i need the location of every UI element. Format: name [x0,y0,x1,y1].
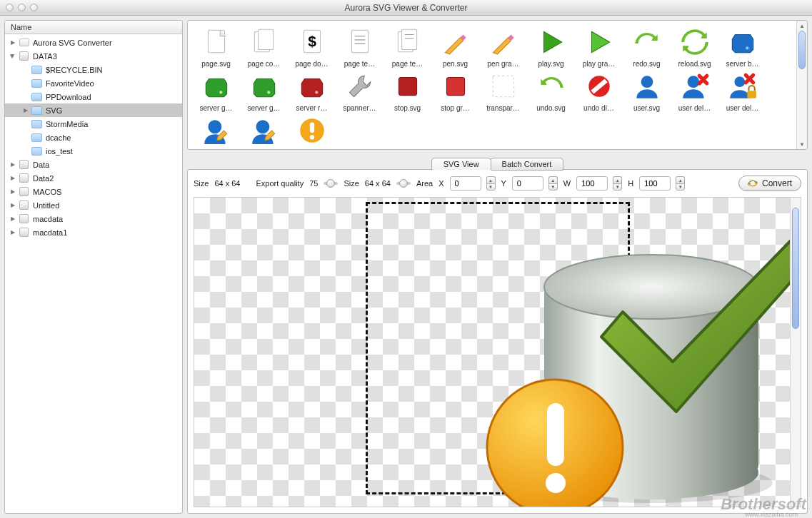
thumbnail-item[interactable]: play.svg [527,25,575,68]
thumbnail-item[interactable]: undo di… [575,69,623,112]
thumbnail-item[interactable] [192,113,240,148]
tab-svg-view[interactable]: SVG View [431,158,491,171]
tree-node[interactable]: ▶Data [5,158,182,171]
area-label: Area [416,179,433,188]
disclosure-triangle-icon[interactable]: ▶ [9,229,16,236]
thumbnail-item[interactable]: page.svg [192,25,240,68]
convert-button[interactable]: Convert [738,176,801,191]
tree-node-label: Data2 [33,174,54,183]
thumbnail-item[interactable]: page te… [384,25,431,68]
close-window-button[interactable] [6,4,14,11]
thumbnail-item[interactable]: server g… [240,69,288,112]
size2-value: 64 x 64 [365,179,391,188]
thumbnail-item[interactable]: stop gr… [431,69,479,112]
tree-node[interactable]: FavoriteVideo [5,76,182,90]
disclosure-triangle-icon[interactable]: ▶ [9,39,16,46]
thumbnail-item[interactable]: redo.svg [623,25,671,68]
stop-icon [391,69,425,103]
thumbnail-item[interactable]: stop.svg [384,69,431,112]
thumbnail-item[interactable]: spanner… [336,69,384,112]
pen-icon [438,25,473,59]
thumbnail-item[interactable]: user del… [671,69,718,112]
area-w-input[interactable] [576,176,608,191]
x-label: X [438,179,443,188]
thumbnail-label: redo.svg [626,60,668,68]
disclosure-triangle-icon[interactable]: ▶ [9,161,16,168]
disclosure-triangle-icon[interactable]: ▶ [9,175,16,182]
scroll-thumb[interactable] [798,31,806,69]
canvas-scrollbar[interactable] [790,198,801,507]
tree-node[interactable]: ios_test [5,144,182,158]
thumbnail-item[interactable]: user del… [718,69,766,112]
thumbnail-item[interactable]: page te… [336,25,384,68]
tree-node[interactable]: dcache [5,131,182,144]
scroll-down-icon[interactable]: ▼ [797,139,807,149]
disclosure-triangle-icon[interactable]: ▶ [9,53,16,60]
user-icon [630,69,664,103]
thumbnail-label: page te… [339,60,381,68]
area-y-stepper[interactable]: ▲▼ [548,176,558,191]
area-w-stepper[interactable]: ▲▼ [613,176,622,191]
thumbnail-item[interactable]: server g… [192,69,240,112]
thumbnail-item[interactable]: user.svg [623,69,671,112]
thumbnail-item[interactable]: $page do… [288,25,336,68]
server-green-icon [199,69,234,103]
zoom-window-button[interactable] [30,4,38,11]
sidebar-header[interactable]: Name [5,21,182,34]
disclosure-triangle-icon[interactable]: ▶ [9,202,16,209]
tree-node[interactable]: ▶SVG [5,103,182,117]
minimize-window-button[interactable] [18,4,26,11]
titlebar: Aurora SVG Viewer & Converter [0,0,812,16]
thumbnail-item[interactable] [288,113,336,148]
thumbnail-item[interactable]: pen gra… [479,25,527,68]
size-slider[interactable] [396,179,411,188]
preview-canvas[interactable] [194,197,801,507]
thumbnail-label: spanner… [339,104,381,112]
thumbnail-label: undo.svg [530,104,573,112]
area-h-stepper[interactable]: ▲▼ [676,176,685,191]
thumbnail-item[interactable] [240,113,288,148]
disclosure-triangle-icon[interactable]: ▶ [9,188,16,195]
export-toolbar: Size 64 x 64 Export quality 75 Size 64 x… [194,176,801,191]
tab-batch-convert[interactable]: Batch Convert [490,158,564,171]
tree-node[interactable]: ▶DATA3 [5,49,182,63]
thumbnail-item[interactable]: undo.svg [527,69,575,112]
folder-icon [31,133,42,142]
disclosure-triangle-icon[interactable]: ▶ [9,215,16,223]
tree-node[interactable]: ▶MACOS [5,185,182,198]
svg-text:$: $ [308,33,316,49]
scroll-up-icon[interactable]: ▲ [797,21,807,31]
thumbnail-item[interactable]: server r… [288,69,336,112]
size-value: 64 x 64 [214,179,240,188]
tree-node[interactable]: ▶macdata [5,212,182,225]
tree-node[interactable]: ▶Untitled [5,198,182,212]
area-y-input[interactable] [512,176,543,191]
thumbnail-item[interactable]: reload.svg [671,25,718,68]
tree-node[interactable]: StormMedia [5,117,182,131]
area-x-input[interactable] [450,176,481,191]
tree-node-label: FavoriteVideo [46,79,94,88]
tree-node[interactable]: PPDownload [5,90,182,103]
thumbnail-item[interactable]: server b… [718,25,766,68]
thumbnail-item[interactable]: pen.svg [431,25,479,68]
thumbnail-label: server r… [291,104,334,112]
area-x-stepper[interactable]: ▲▼ [486,176,496,191]
thumbnail-item[interactable]: page co… [240,25,288,68]
folder-icon [31,92,42,101]
thumbnail-item[interactable]: transpar… [479,69,527,112]
tree-node[interactable]: $RECYCLE.BIN [5,63,182,76]
folder-icon [31,119,42,128]
disclosure-triangle-icon[interactable]: ▶ [22,107,29,114]
folder-tree[interactable]: ▶Aurora SVG Converter▶DATA3$RECYCLE.BINF… [5,34,182,513]
tree-node[interactable]: ▶macdata1 [5,225,182,239]
window-title: Aurora SVG Viewer & Converter [6,3,806,13]
canvas-scroll-thumb[interactable] [792,208,799,329]
stop-grad-icon [438,69,473,103]
export-quality-slider[interactable] [324,179,338,188]
thumbnail-item[interactable]: play gra… [575,25,623,68]
tree-node[interactable]: ▶Aurora SVG Converter [5,36,182,49]
h-label: H [628,179,633,188]
thumbnails-scrollbar[interactable]: ▲ ▼ [796,21,807,149]
tree-node[interactable]: ▶Data2 [5,171,182,185]
area-h-input[interactable] [639,176,671,191]
